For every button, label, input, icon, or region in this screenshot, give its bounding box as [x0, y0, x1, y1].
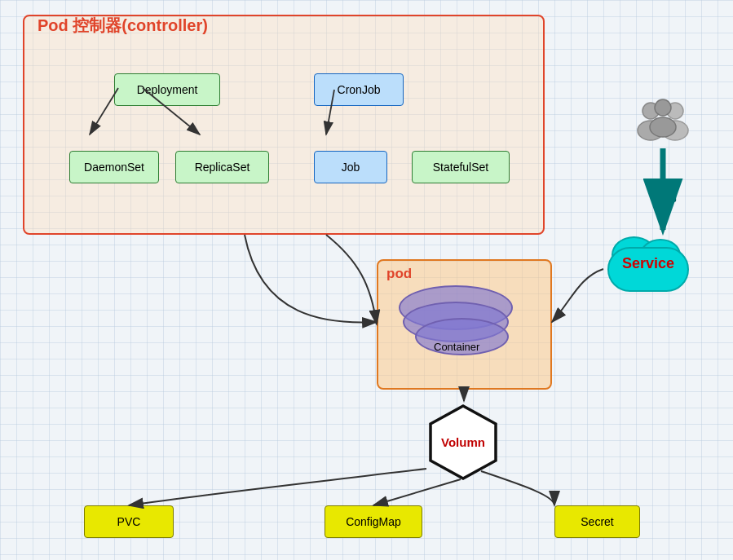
users-icon — [634, 98, 691, 147]
statefulset-node: StatefulSet — [412, 151, 510, 183]
secret-node: Secret — [554, 505, 640, 538]
service-text: Service — [595, 255, 701, 272]
pvc-node: PVC — [84, 505, 174, 538]
service-cloud: Service — [595, 232, 701, 306]
users-svg — [634, 98, 691, 147]
volumn-text: Volumn — [441, 435, 485, 449]
replicaset-node: ReplicaSet — [175, 151, 269, 183]
visit-label: 访问 — [652, 178, 678, 181]
svg-point-5 — [650, 117, 676, 137]
controller-title: Pod 控制器(controller) — [38, 15, 208, 37]
container-label: Container — [434, 341, 479, 353]
controller-box: Pod 控制器(controller) Deployment DaemonSet… — [23, 15, 545, 235]
cloud-shape: Service — [595, 232, 701, 298]
svg-point-4 — [655, 99, 671, 116]
pod-label: pod — [386, 266, 412, 282]
cronjob-node: CronJob — [314, 73, 404, 106]
pod-box: pod Container — [377, 259, 552, 390]
job-node: Job — [314, 151, 387, 183]
deployment-node: Deployment — [114, 73, 220, 106]
daemonset-node: DaemonSet — [69, 151, 159, 183]
configmap-node: ConfigMap — [325, 505, 422, 538]
ellipse-group: Container — [395, 285, 533, 375]
volumn-hex: Volumn — [426, 401, 500, 483]
